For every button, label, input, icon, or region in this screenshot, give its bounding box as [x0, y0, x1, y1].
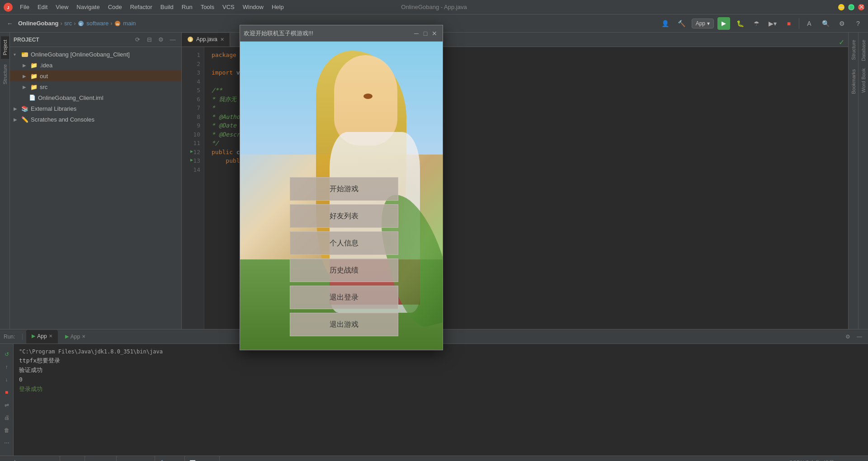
menu-tools[interactable]: Tools	[197, 2, 218, 12]
line-numbers-gutter: 1234 5⊘ 67891011 12▶ 13▶ 14	[182, 47, 204, 329]
help-icon[interactable]: ?	[852, 17, 864, 30]
bottom-minimize-icon[interactable]: —	[854, 332, 864, 342]
editor-tab-appjava[interactable]: J App.java ✕	[182, 33, 230, 47]
print-icon[interactable]: 🖨	[2, 413, 12, 423]
scroll-up-icon[interactable]: ↑	[2, 362, 12, 372]
version-control-tab[interactable]: ⎇ Version Control	[4, 456, 60, 461]
debug-icon[interactable]: 🐛	[734, 17, 746, 30]
svg-text:J: J	[7, 5, 9, 10]
bottom-tab-close-1[interactable]: ✕	[49, 334, 52, 339]
settings-icon[interactable]: ⚙	[835, 17, 848, 30]
sidebar-settings-icon[interactable]: ⚙	[156, 35, 166, 45]
more-icon[interactable]: ⋯	[2, 438, 12, 448]
maximize-button[interactable]: □	[848, 4, 854, 10]
translate-icon[interactable]: A	[803, 17, 816, 30]
editor-tab-label: App.java	[196, 36, 217, 42]
breadcrumb-package[interactable]: C software	[78, 20, 109, 27]
game-buttons: 开始游戏 好友列表 个人信息 历史战绩 退出登录 退出游戏	[290, 177, 398, 336]
tree-scratches[interactable]: ▶ ✏️ Scratches and Consoles	[10, 114, 181, 125]
terminal-line-4: 0	[19, 375, 863, 385]
word-book-tab[interactable]: Word Book	[859, 65, 868, 96]
terminal-tab[interactable]: ▭ Terminal	[220, 456, 255, 461]
scroll-down-icon[interactable]: ↓	[2, 375, 12, 385]
sidebar-sync-icon[interactable]: ⟳	[132, 35, 142, 45]
dialog-minimize-button[interactable]: ─	[412, 29, 421, 38]
clear-icon[interactable]: 🗑	[2, 425, 12, 435]
tree-idea[interactable]: ▶ 📁 .idea	[10, 60, 181, 71]
coverage-icon[interactable]: ☂	[750, 17, 763, 30]
build-tab[interactable]: 🔨 Build	[155, 456, 185, 461]
database-tab[interactable]: Database	[859, 36, 868, 65]
bottom-side-icons: ↺ ↑ ↓ ■ ⇌ 🖨 🗑 ⋯	[0, 344, 14, 456]
tree-root[interactable]: ▾ OnlineGobang [OnlineGobang_Client]	[10, 49, 181, 60]
breadcrumb-src[interactable]: src	[64, 20, 72, 27]
menu-view[interactable]: View	[52, 2, 72, 12]
menu-help[interactable]: Help	[268, 2, 288, 12]
menu-navigate[interactable]: Navigate	[73, 2, 103, 12]
run-button[interactable]: ▶	[717, 17, 730, 30]
dialog-restore-button[interactable]: □	[421, 29, 430, 38]
status-bar-right: All files are up-to-date (2 minutes ago)…	[632, 459, 864, 461]
personal-info-button[interactable]: 个人信息	[290, 231, 398, 255]
run-footer-tab[interactable]: ▶ Run	[60, 456, 85, 461]
logout-button[interactable]: 退出登录	[290, 286, 398, 309]
menu-file[interactable]: File	[16, 2, 33, 12]
line-numbers: 1234 5⊘ 67891011 12▶ 13▶ 14	[182, 51, 204, 174]
stop-icon[interactable]: ■	[783, 17, 795, 30]
wrap-icon[interactable]: ⇌	[2, 400, 12, 410]
dialog-close-button[interactable]: ✕	[430, 29, 439, 38]
left-vertical-tabs: Project Structure	[0, 33, 10, 329]
menu-window[interactable]: Window	[239, 2, 267, 12]
close-button[interactable]: ✕	[858, 4, 864, 10]
profiler-tab[interactable]: 📊 Profiler	[185, 456, 220, 461]
sidebar-collapse-icon[interactable]: ⊟	[144, 35, 154, 45]
friend-list-button[interactable]: 好友列表	[290, 204, 398, 228]
project-tree: ▾ OnlineGobang [OnlineGobang_Client] ▶ 📁…	[10, 47, 181, 329]
tree-iml[interactable]: 📄 OnlineGobang_Client.iml	[10, 92, 181, 103]
problems-tab[interactable]: ⚠ Problems	[117, 456, 156, 461]
app-selector[interactable]: App ▾	[692, 19, 714, 28]
bottom-settings-icon[interactable]: ⚙	[843, 332, 853, 342]
minimize-button[interactable]: ─	[838, 4, 844, 10]
search-icon[interactable]: 🔍	[819, 17, 832, 30]
dialog-title: 欢迎开始联机五子棋游戏!!!	[244, 29, 412, 38]
more-run-icon[interactable]: ▶▾	[766, 17, 779, 30]
sidebar-title: Project	[14, 37, 39, 43]
exit-game-button[interactable]: 退出游戏	[290, 313, 398, 336]
menu-vcs[interactable]: VCS	[219, 2, 238, 12]
sidebar-close-icon[interactable]: —	[168, 35, 178, 45]
bottom-run-tab-2[interactable]: ▶ App ✕	[60, 330, 91, 343]
status-tabs-bar: ⎇ Version Control ▶ Run ☑ TODO ⚠ Problem…	[0, 456, 868, 461]
structure-tab-left[interactable]: Structure	[1, 61, 9, 88]
bottom-tab-close-2[interactable]: ✕	[82, 334, 85, 339]
menu-code[interactable]: Code	[104, 2, 126, 12]
toolbar-right: 👤 🔨 App ▾ ▶ 🐛 ☂ ▶▾ ■ A 🔍 ⚙ ?	[659, 17, 864, 30]
structure-tab[interactable]: Structure	[849, 36, 858, 64]
bookmarks-tab[interactable]: Bookmarks	[849, 66, 858, 98]
back-icon[interactable]: ←	[4, 17, 16, 30]
start-game-button[interactable]: 开始游戏	[290, 177, 398, 201]
history-button[interactable]: 历史战绩	[290, 259, 398, 282]
breadcrumb-class[interactable]: m main	[114, 20, 136, 27]
menu-run[interactable]: Run	[178, 2, 196, 12]
rerun-icon[interactable]: ↺	[2, 349, 12, 359]
tab-close-icon[interactable]: ✕	[220, 37, 224, 42]
bottom-run-tab-1[interactable]: ▶ App ✕	[26, 330, 57, 343]
breadcrumb-project[interactable]: OnlineGobang	[18, 20, 59, 27]
profile-icon[interactable]: 👤	[659, 17, 672, 30]
menu-build[interactable]: Build	[157, 2, 177, 12]
project-tab[interactable]: Project	[1, 36, 9, 59]
tree-external-libs[interactable]: ▶ 📚 External Libraries	[10, 103, 181, 114]
tree-out[interactable]: ▶ 📁 out	[10, 71, 181, 81]
game-dialog: 欢迎开始联机五子棋游戏!!! ─ □ ✕	[240, 25, 443, 350]
char-eye	[363, 94, 373, 99]
todo-tab[interactable]: ☑ TODO	[85, 456, 116, 461]
sidebar-icons: ⟳ ⊟ ⚙ —	[132, 35, 178, 45]
tree-src[interactable]: ▶ 📁 src	[10, 81, 181, 92]
menu-refactor[interactable]: Refactor	[127, 2, 156, 12]
terminal-output: "C:\Program Files\Java\jdk1.8.0_351\bin\…	[14, 344, 868, 456]
stop-run-icon[interactable]: ■	[2, 387, 12, 397]
menu-edit[interactable]: Edit	[34, 2, 51, 12]
hammer-icon[interactable]: 🔨	[675, 17, 688, 30]
tree-src-label: src	[40, 84, 47, 90]
